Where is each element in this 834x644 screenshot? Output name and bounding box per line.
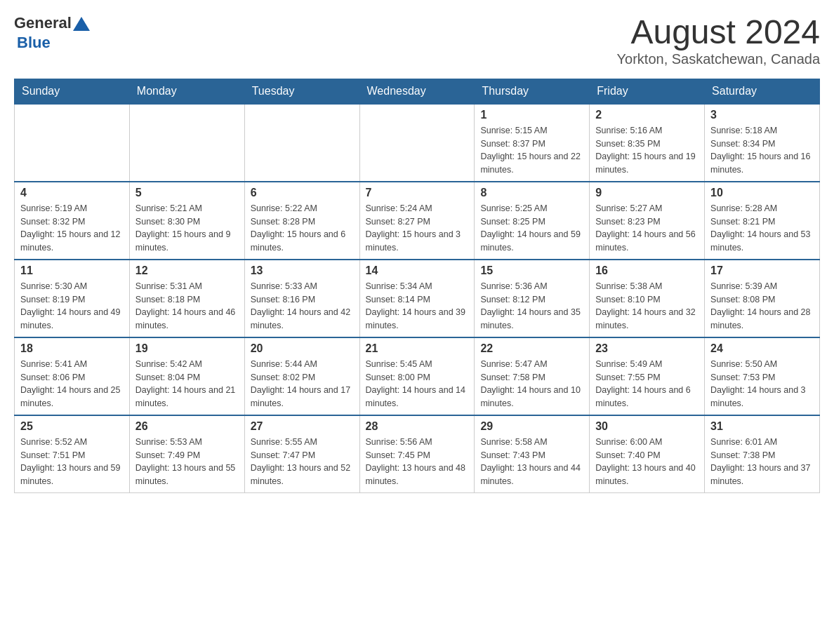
week-row-2: 4Sunrise: 5:19 AMSunset: 8:32 PMDaylight… [15,182,820,260]
location: Yorkton, Saskatchewan, Canada [617,51,820,67]
week-row-4: 18Sunrise: 5:41 AMSunset: 8:06 PMDayligh… [15,337,820,415]
cell-4-3: 28Sunrise: 5:56 AMSunset: 7:45 PMDayligh… [359,415,475,493]
cell-0-6: 3Sunrise: 5:18 AMSunset: 8:34 PMDaylight… [705,104,820,182]
day-info-28: Sunrise: 5:56 AMSunset: 7:45 PMDaylight:… [366,436,469,488]
cell-0-3 [359,104,475,182]
logo-triangle-icon [73,17,90,31]
day-info-4: Sunrise: 5:19 AMSunset: 8:32 PMDaylight:… [20,202,124,255]
day-number-28: 28 [366,420,469,433]
day-info-24: Sunrise: 5:50 AMSunset: 7:53 PMDaylight:… [710,358,814,410]
day-info-7: Sunrise: 5:24 AMSunset: 8:27 PMDaylight:… [366,202,469,255]
header-right: August 2024 Yorkton, Saskatchewan, Canad… [617,14,820,67]
day-number-7: 7 [366,187,469,199]
day-info-9: Sunrise: 5:27 AMSunset: 8:23 PMDaylight:… [595,202,699,255]
day-number-30: 30 [595,420,699,433]
cell-4-2: 27Sunrise: 5:55 AMSunset: 7:47 PMDayligh… [244,415,359,493]
cell-0-2 [244,104,359,182]
day-info-15: Sunrise: 5:36 AMSunset: 8:12 PMDaylight:… [480,280,583,333]
page-header: General Blue August 2024 Yorkton, Saskat… [14,14,820,67]
day-number-23: 23 [595,342,699,355]
day-number-13: 13 [251,264,354,277]
day-info-1: Sunrise: 5:15 AMSunset: 8:37 PMDaylight:… [480,124,583,177]
day-info-3: Sunrise: 5:18 AMSunset: 8:34 PMDaylight:… [710,124,814,177]
cell-2-6: 17Sunrise: 5:39 AMSunset: 8:08 PMDayligh… [705,260,820,337]
day-info-30: Sunrise: 6:00 AMSunset: 7:40 PMDaylight:… [595,436,699,488]
day-info-10: Sunrise: 5:28 AMSunset: 8:21 PMDaylight:… [710,202,814,255]
cell-2-4: 15Sunrise: 5:36 AMSunset: 8:12 PMDayligh… [475,260,590,337]
day-number-16: 16 [595,264,699,277]
day-number-20: 20 [251,342,354,355]
col-saturday: Saturday [705,79,820,104]
day-number-21: 21 [366,342,469,355]
cell-0-5: 2Sunrise: 5:16 AMSunset: 8:35 PMDaylight… [590,104,705,182]
day-number-18: 18 [20,342,124,355]
day-number-26: 26 [135,420,239,433]
day-info-22: Sunrise: 5:47 AMSunset: 7:58 PMDaylight:… [480,358,583,410]
cell-4-6: 31Sunrise: 6:01 AMSunset: 7:38 PMDayligh… [705,415,820,493]
week-row-3: 11Sunrise: 5:30 AMSunset: 8:19 PMDayligh… [15,260,820,337]
day-number-2: 2 [595,109,699,121]
cell-3-2: 20Sunrise: 5:44 AMSunset: 8:02 PMDayligh… [244,337,359,415]
day-info-26: Sunrise: 5:53 AMSunset: 7:49 PMDaylight:… [135,436,239,488]
cell-3-5: 23Sunrise: 5:49 AMSunset: 7:55 PMDayligh… [590,337,705,415]
day-info-12: Sunrise: 5:31 AMSunset: 8:18 PMDaylight:… [135,280,239,333]
day-number-1: 1 [480,109,583,121]
cell-0-4: 1Sunrise: 5:15 AMSunset: 8:37 PMDaylight… [475,104,590,182]
cell-3-6: 24Sunrise: 5:50 AMSunset: 7:53 PMDayligh… [705,337,820,415]
week-row-1: 1Sunrise: 5:15 AMSunset: 8:37 PMDaylight… [15,104,820,182]
day-info-29: Sunrise: 5:58 AMSunset: 7:43 PMDaylight:… [480,436,583,488]
day-number-27: 27 [251,420,354,433]
logo-text-general: General [14,14,72,32]
cell-2-2: 13Sunrise: 5:33 AMSunset: 8:16 PMDayligh… [244,260,359,337]
day-info-16: Sunrise: 5:38 AMSunset: 8:10 PMDaylight:… [595,280,699,333]
day-info-8: Sunrise: 5:25 AMSunset: 8:25 PMDaylight:… [480,202,583,255]
day-info-23: Sunrise: 5:49 AMSunset: 7:55 PMDaylight:… [595,358,699,410]
day-info-5: Sunrise: 5:21 AMSunset: 8:30 PMDaylight:… [135,202,239,255]
cell-0-1 [129,104,244,182]
day-number-15: 15 [480,264,583,277]
day-number-5: 5 [135,187,239,199]
logo-text-blue: Blue [17,34,51,51]
cell-1-3: 7Sunrise: 5:24 AMSunset: 8:27 PMDaylight… [359,182,475,260]
cell-1-4: 8Sunrise: 5:25 AMSunset: 8:25 PMDaylight… [475,182,590,260]
cell-2-3: 14Sunrise: 5:34 AMSunset: 8:14 PMDayligh… [359,260,475,337]
col-thursday: Thursday [475,79,590,104]
day-info-6: Sunrise: 5:22 AMSunset: 8:28 PMDaylight:… [251,202,354,255]
col-monday: Monday [129,79,244,104]
day-number-9: 9 [595,187,699,199]
cell-2-1: 12Sunrise: 5:31 AMSunset: 8:18 PMDayligh… [129,260,244,337]
month-title: August 2024 [617,14,820,51]
day-info-21: Sunrise: 5:45 AMSunset: 8:00 PMDaylight:… [366,358,469,410]
day-number-8: 8 [480,187,583,199]
calendar-header-row: Sunday Monday Tuesday Wednesday Thursday… [15,79,820,104]
cell-1-1: 5Sunrise: 5:21 AMSunset: 8:30 PMDaylight… [129,182,244,260]
cell-3-0: 18Sunrise: 5:41 AMSunset: 8:06 PMDayligh… [15,337,130,415]
day-info-11: Sunrise: 5:30 AMSunset: 8:19 PMDaylight:… [20,280,124,333]
col-tuesday: Tuesday [244,79,359,104]
cell-4-4: 29Sunrise: 5:58 AMSunset: 7:43 PMDayligh… [475,415,590,493]
day-info-31: Sunrise: 6:01 AMSunset: 7:38 PMDaylight:… [710,436,814,488]
day-number-12: 12 [135,264,239,277]
cell-3-3: 21Sunrise: 5:45 AMSunset: 8:00 PMDayligh… [359,337,475,415]
logo: General Blue [14,14,90,52]
day-info-27: Sunrise: 5:55 AMSunset: 7:47 PMDaylight:… [251,436,354,488]
day-info-18: Sunrise: 5:41 AMSunset: 8:06 PMDaylight:… [20,358,124,410]
cell-4-5: 30Sunrise: 6:00 AMSunset: 7:40 PMDayligh… [590,415,705,493]
day-info-2: Sunrise: 5:16 AMSunset: 8:35 PMDaylight:… [595,124,699,177]
day-number-22: 22 [480,342,583,355]
cell-1-6: 10Sunrise: 5:28 AMSunset: 8:21 PMDayligh… [705,182,820,260]
cell-1-0: 4Sunrise: 5:19 AMSunset: 8:32 PMDaylight… [15,182,130,260]
day-number-17: 17 [710,264,814,277]
col-wednesday: Wednesday [359,79,475,104]
cell-4-1: 26Sunrise: 5:53 AMSunset: 7:49 PMDayligh… [129,415,244,493]
week-row-5: 25Sunrise: 5:52 AMSunset: 7:51 PMDayligh… [15,415,820,493]
day-number-19: 19 [135,342,239,355]
day-info-17: Sunrise: 5:39 AMSunset: 8:08 PMDaylight:… [710,280,814,333]
col-friday: Friday [590,79,705,104]
day-number-6: 6 [251,187,354,199]
day-number-3: 3 [710,109,814,121]
cell-2-0: 11Sunrise: 5:30 AMSunset: 8:19 PMDayligh… [15,260,130,337]
day-number-31: 31 [710,420,814,433]
day-info-19: Sunrise: 5:42 AMSunset: 8:04 PMDaylight:… [135,358,239,410]
cell-3-1: 19Sunrise: 5:42 AMSunset: 8:04 PMDayligh… [129,337,244,415]
